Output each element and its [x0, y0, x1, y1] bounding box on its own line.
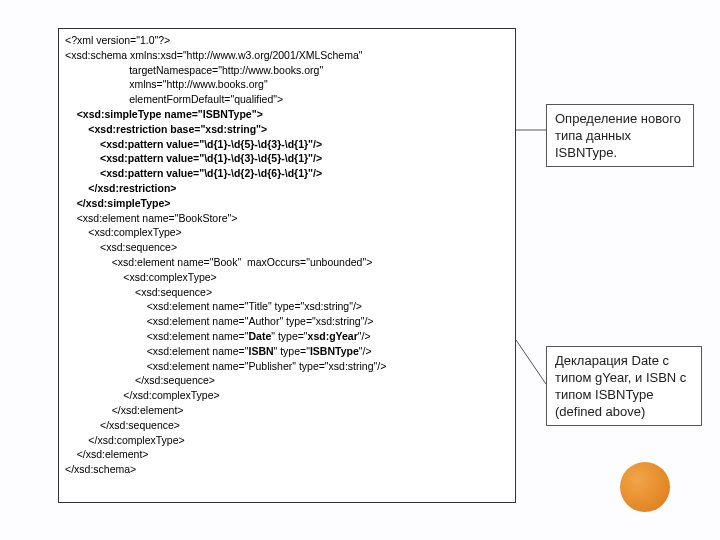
code-line: </xsd:sequence>	[65, 419, 180, 431]
code-line: <xsd:element name="Author" type="xsd:str…	[65, 315, 373, 327]
code-line: <xsd:element name="Title" type="xsd:stri…	[65, 300, 362, 312]
code-line-bold: </xsd:simpleType>	[65, 197, 170, 209]
code-line: xmlns="http://www.books.org"	[65, 78, 268, 90]
code-block: <?xml version="1.0"?> <xsd:schema xmlns:…	[58, 28, 516, 503]
code-line: </xsd:complexType>	[65, 434, 185, 446]
callout-text: Декларация Date с типом gYear, и ISBN с …	[555, 353, 686, 419]
code-line-bold: <xsd:pattern value="\d{1}-\d{5}-\d{3}-\d…	[65, 138, 322, 150]
code-line: targetNamespace="http://www.books.org"	[65, 64, 323, 76]
code-line: <xsd:element name="Book" maxOccurs="unbo…	[65, 256, 372, 268]
code-line: <xsd:sequence>	[65, 241, 177, 253]
code-line: <xsd:complexType>	[65, 271, 217, 283]
code-line: </xsd:complexType>	[65, 389, 220, 401]
code-line-bold: <xsd:restriction base="xsd:string">	[65, 123, 267, 135]
code-line: <xsd:element name="Publisher" type="xsd:…	[65, 360, 386, 372]
code-line: </xsd:schema>	[65, 463, 136, 475]
code-line: </xsd:element>	[65, 404, 183, 416]
code-line: <xsd:complexType>	[65, 226, 182, 238]
code-line-bold: <xsd:pattern value="\d{1}-\d{2}-\d{6}-\d…	[65, 167, 322, 179]
callout-isbntype: Определение нового типа данных ISBNType.	[546, 104, 694, 167]
code-line-bold: </xsd:restriction>	[65, 182, 176, 194]
code-line: elementFormDefault="qualified">	[65, 93, 283, 105]
code-line-bold: <xsd:pattern value="\d{1}-\d{3}-\d{5}-\d…	[65, 152, 322, 164]
code-line: <xsd:element name="BookStore">	[65, 212, 237, 224]
code-line: <?xml version="1.0"?>	[65, 34, 170, 46]
code-line: </xsd:sequence>	[65, 374, 215, 386]
code-line: <xsd:schema xmlns:xsd="http://www.w3.org…	[65, 49, 363, 61]
code-line: <xsd:sequence>	[65, 286, 212, 298]
code-line: </xsd:element>	[65, 448, 148, 460]
accent-circle-icon	[620, 462, 670, 512]
callout-text: Определение нового типа данных ISBNType.	[555, 111, 681, 160]
code-line: <xsd:element name="ISBN" type="ISBNType"…	[65, 345, 372, 357]
code-line: <xsd:element name="Date" type="xsd:gYear…	[65, 330, 371, 342]
code-line-bold: <xsd:simpleType name="ISBNType">	[65, 108, 263, 120]
svg-line-1	[516, 340, 546, 384]
callout-date-isbn: Декларация Date с типом gYear, и ISBN с …	[546, 346, 702, 426]
